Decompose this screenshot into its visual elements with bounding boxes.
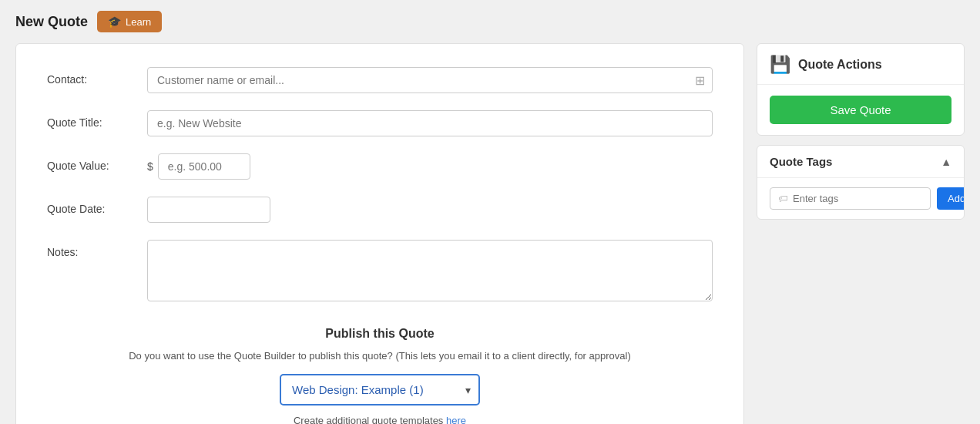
create-templates-text: Create additional quote templates here bbox=[47, 415, 713, 424]
quote-actions-card: 💾 Quote Actions Save Quote bbox=[757, 43, 965, 136]
create-templates-link[interactable]: here bbox=[446, 415, 466, 424]
template-select-wrap: Web Design: Example (1) Default Template… bbox=[280, 374, 480, 405]
tags-input-wrap: 🏷 bbox=[770, 187, 931, 210]
quote-title-label: Quote Title: bbox=[47, 110, 147, 129]
notes-textarea[interactable] bbox=[147, 240, 713, 301]
contact-card-icon: ⊞ bbox=[695, 73, 705, 88]
main-form-card: Contact: ⊞ Quote Title: Quote Value: $ bbox=[15, 43, 744, 424]
quote-title-wrap bbox=[147, 110, 713, 136]
quote-date-wrap bbox=[147, 197, 713, 223]
publish-title: Publish this Quote bbox=[47, 327, 713, 341]
quote-date-input[interactable] bbox=[147, 197, 270, 223]
quote-value-row: Quote Value: $ bbox=[47, 153, 713, 180]
save-disk-icon: 💾 bbox=[770, 55, 790, 75]
collapse-icon[interactable]: ▲ bbox=[941, 156, 951, 168]
learn-button[interactable]: 🎓 Learn bbox=[97, 11, 162, 32]
quote-actions-title: Quote Actions bbox=[798, 58, 882, 72]
quote-tags-title: Quote Tags bbox=[770, 155, 832, 168]
notes-label: Notes: bbox=[47, 240, 147, 258]
page-title: New Quote bbox=[15, 14, 88, 30]
quote-title-input[interactable] bbox=[147, 110, 713, 136]
quote-date-label: Quote Date: bbox=[47, 197, 147, 215]
sidebar: 💾 Quote Actions Save Quote Quote Tags ▲ … bbox=[757, 43, 965, 220]
notes-row: Notes: bbox=[47, 240, 713, 304]
learn-icon: 🎓 bbox=[108, 15, 121, 28]
quote-value-wrap: $ bbox=[147, 153, 713, 180]
quote-actions-header: 💾 Quote Actions bbox=[757, 44, 964, 85]
quote-value-input[interactable] bbox=[158, 153, 250, 180]
quote-tags-card: Quote Tags ▲ 🏷 Add bbox=[757, 145, 965, 220]
tags-input[interactable] bbox=[793, 193, 922, 204]
add-tag-button[interactable]: Add bbox=[937, 187, 965, 210]
value-inner-wrap: $ bbox=[147, 153, 713, 180]
notes-wrap bbox=[147, 240, 713, 304]
quote-title-row: Quote Title: bbox=[47, 110, 713, 136]
tag-icon: 🏷 bbox=[778, 193, 788, 204]
quote-date-row: Quote Date: bbox=[47, 197, 713, 223]
publish-description: Do you want to use the Quote Builder to … bbox=[47, 350, 713, 362]
currency-symbol: $ bbox=[147, 160, 153, 173]
quote-value-label: Quote Value: bbox=[47, 153, 147, 172]
template-select[interactable]: Web Design: Example (1) Default Template bbox=[280, 374, 480, 405]
contact-label: Contact: bbox=[47, 67, 147, 86]
contact-input-wrap: ⊞ bbox=[147, 67, 713, 93]
top-bar: New Quote 🎓 Learn bbox=[0, 0, 980, 43]
tags-header: Quote Tags ▲ bbox=[757, 146, 964, 178]
publish-section: Publish this Quote Do you want to use th… bbox=[47, 327, 713, 424]
contact-row: Contact: ⊞ bbox=[47, 67, 713, 93]
tags-body: 🏷 Add bbox=[757, 178, 964, 219]
page-layout: Contact: ⊞ Quote Title: Quote Value: $ bbox=[0, 43, 980, 424]
save-quote-button[interactable]: Save Quote bbox=[770, 96, 951, 124]
contact-input[interactable] bbox=[147, 67, 713, 93]
